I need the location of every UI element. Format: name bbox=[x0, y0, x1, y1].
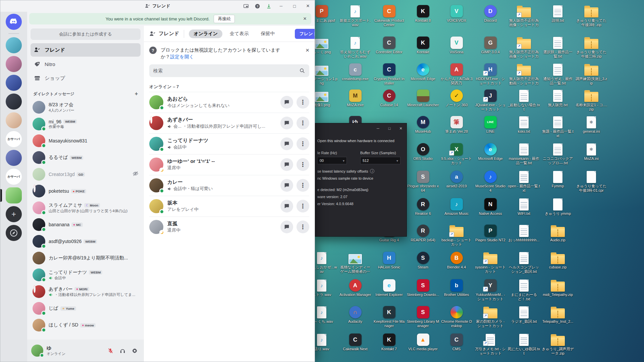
desktop-icon[interactable]: ksks.txt bbox=[508, 115, 540, 134]
open-on-connect-label[interactable]: Open this window when hardware is connec… bbox=[317, 139, 403, 143]
dm-list-item[interactable]: mi_96 WEBM 作業中毒 bbox=[30, 116, 141, 132]
sync-sample-rate-label[interactable]: nc Windows sample rate to device bbox=[317, 176, 373, 180]
server-rail-item[interactable] bbox=[0, 225, 27, 241]
server-avatar[interactable]: かサーバ bbox=[6, 131, 22, 147]
desktop-icon[interactable]: 通知うぜえ - 親作品一覧.txt bbox=[542, 62, 574, 85]
message-button[interactable] bbox=[280, 158, 293, 171]
update-download-icon[interactable] bbox=[263, 0, 274, 12]
desktop-icon[interactable]: ✓ ノートン 360 bbox=[440, 88, 473, 107]
dm-list-item[interactable]: こってりドーナツ WEBM 会話中 bbox=[30, 266, 141, 283]
desktop-icon[interactable]: V VOICEVOX bbox=[440, 4, 473, 23]
desktop-icon[interactable]: WIFI.txt bbox=[508, 197, 540, 216]
desktop-icon[interactable]: P Piapro Studio NT2 bbox=[474, 224, 506, 242]
desktop-icon[interactable]: S Plogue sforzando x64 bbox=[407, 170, 439, 193]
desktop-icon[interactable]: 無人販売不正行為画像 - ショートカット bbox=[508, 36, 540, 59]
desktop-icon[interactable]: general.ini bbox=[575, 115, 607, 134]
desktop-icon[interactable]: c createdump.exe bbox=[339, 62, 371, 81]
desktop-icon[interactable]: きゅうり食ってた午後3時 .zip bbox=[575, 4, 607, 27]
more-button[interactable] bbox=[297, 117, 309, 129]
close-button[interactable] bbox=[301, 0, 315, 12]
safety-offsets-label[interactable]: se lowest latency safety offsets bbox=[317, 169, 368, 173]
desktop-icon[interactable]: ∩ Audacity bbox=[339, 305, 371, 324]
desktop-icon[interactable]: きゅうり_調声用データ.zip bbox=[542, 333, 574, 356]
server-avatar[interactable] bbox=[6, 75, 22, 91]
desktop-icon[interactable]: X 9.5.xlsx - ショートカット bbox=[440, 142, 473, 165]
server-avatar[interactable] bbox=[6, 206, 22, 222]
desktop-icon[interactable]: ニコニコバックアップロ―.txt bbox=[542, 142, 574, 165]
more-button[interactable] bbox=[297, 158, 309, 171]
sidebar-nav-item[interactable]: ショップ bbox=[31, 71, 141, 85]
desktop-icon[interactable]: きゅうり食ってた午後3時-01.cpr bbox=[575, 170, 607, 193]
dialog-minimize-button[interactable] bbox=[372, 123, 384, 133]
desktop-icon[interactable]: e Internet Explorer bbox=[373, 278, 405, 297]
friend-row[interactable]: あずきバー 会... ・活動者様以外原則フレンド申請許可し... bbox=[149, 113, 309, 133]
desktop-icon[interactable]: K Kontakt bbox=[407, 36, 439, 54]
desktop-icon[interactable]: Y YukkunMovieM.. - ショートカット bbox=[474, 278, 506, 301]
dm-list-item[interactable]: あずきバー ♥MORI ・活動者様以外原則フレンド申請許可してま... bbox=[30, 283, 141, 300]
desktop-icon[interactable]: b Brother Utilities bbox=[440, 278, 473, 297]
desktop-icon[interactable]: Minecraft Launcher bbox=[407, 88, 439, 107]
desktop-icon[interactable]: H HDDFMT.exe - ショートカット bbox=[474, 62, 506, 85]
desktop-icon[interactable]: R Reaktor 6 bbox=[407, 197, 439, 216]
desktop-icon[interactable]: A かんたん！AITalk 3 関西乃 bbox=[440, 62, 473, 85]
minimize-button[interactable] bbox=[274, 0, 288, 12]
desktop-icon[interactable]: きゅうり食ってた午後三時.zip bbox=[575, 36, 607, 59]
desktop-icon[interactable]: ヘルスコンプレッション_歌詞.txt bbox=[508, 251, 540, 274]
server-avatar[interactable] bbox=[6, 56, 22, 72]
dialog-maximize-button[interactable] bbox=[384, 123, 395, 133]
more-button[interactable] bbox=[297, 96, 309, 109]
dm-list-item[interactable]: Creator13gd GD bbox=[30, 166, 141, 183]
friends-search-input[interactable] bbox=[153, 68, 297, 73]
server-rail-item[interactable] bbox=[0, 37, 27, 53]
sidebar-nav-item[interactable]: Nitro bbox=[31, 57, 141, 71]
desktop-icon[interactable]: M MoZA.exe bbox=[339, 88, 371, 107]
desktop-icon[interactable]: N Native Access bbox=[474, 197, 506, 216]
more-button[interactable] bbox=[297, 137, 309, 150]
desktop-icon[interactable]: e Microsoft Edge bbox=[474, 142, 506, 161]
desktop-icon[interactable]: ♪ MuseScore Studio 4 bbox=[474, 170, 506, 193]
pip-icon[interactable] bbox=[240, 0, 252, 12]
desktop-icon[interactable]: Fymmp bbox=[542, 170, 574, 188]
help-icon[interactable]: ? bbox=[252, 0, 263, 12]
sidebar-nav-item[interactable]: フレンド bbox=[31, 43, 141, 57]
desktop-icon[interactable]: _起動しない場合.txt bbox=[508, 88, 540, 112]
desktop-icon[interactable]: きゅうり.ymmp bbox=[542, 197, 574, 216]
desktop-icon[interactable]: R REAPER (x64) bbox=[407, 224, 439, 242]
tab[interactable]: 保留中 bbox=[256, 29, 279, 38]
desktop-icon[interactable]: 答え知ってもむずいわこれ.wav bbox=[339, 36, 371, 59]
deafen-button[interactable] bbox=[117, 345, 128, 356]
desktop-icon[interactable]: C Cubase 14 bbox=[373, 88, 405, 107]
desktop-icon[interactable]: J JQuake.exe - ショートカット bbox=[474, 88, 506, 112]
desktop-icon[interactable]: 無人販売不正行為動画 - ショートカット bbox=[508, 62, 540, 86]
server-avatar[interactable] bbox=[6, 14, 22, 30]
conversation-search-button[interactable]: 会話に参加または作成する bbox=[31, 28, 141, 40]
desktop-icon[interactable]: C Crypton Product Installer bbox=[373, 62, 405, 85]
desktop-icon[interactable]: 孤独なインディーゲーム開発者の一生... bbox=[339, 251, 371, 275]
desktop-icon[interactable]: ▲ VLC media player bbox=[407, 333, 439, 351]
desktop-icon[interactable]: G GIMP 3.0.4 bbox=[474, 36, 506, 54]
user-info[interactable]: ゆ オンライン bbox=[47, 345, 65, 356]
server-rail-item[interactable] bbox=[0, 75, 27, 91]
dm-list-item[interactable]: カレー卯丼@8/19より期限不明活動... bbox=[30, 250, 141, 266]
desktop-icon[interactable]: a airset2-2019 bbox=[440, 170, 473, 188]
server-rail-item[interactable] bbox=[0, 112, 27, 128]
server-rail-item[interactable] bbox=[0, 94, 27, 110]
sample-rate-select[interactable]: 00 bbox=[317, 157, 347, 164]
create-dm-icon[interactable] bbox=[135, 91, 138, 97]
mute-button[interactable] bbox=[105, 345, 116, 356]
friend-row[interactable]: カレー 会話中・猫は可愛い bbox=[149, 175, 309, 196]
discord-titlebar[interactable]: フレンド ? bbox=[0, 0, 315, 12]
desktop-icon[interactable]: MoZA.ini bbox=[575, 142, 607, 161]
server-avatar[interactable] bbox=[6, 37, 22, 53]
desktop-icon[interactable]: open - 親作品一覧.txt bbox=[508, 170, 540, 193]
desktop-icon[interactable]: ラジオ_歌詞.txt bbox=[508, 305, 540, 324]
add-friend-button[interactable]: フレンドに追加 bbox=[295, 29, 315, 39]
desktop-icon[interactable]: S Steam bbox=[407, 251, 439, 269]
desktop-icon[interactable]: C CMS bbox=[440, 333, 473, 351]
dm-list-item[interactable]: じば ☀Yume bbox=[30, 300, 141, 317]
server-avatar[interactable] bbox=[6, 187, 22, 203]
server-avatar[interactable] bbox=[6, 112, 22, 128]
message-button[interactable] bbox=[280, 221, 293, 233]
desktop-icon[interactable]: V VoiSona bbox=[440, 36, 473, 54]
server-rail-item[interactable] bbox=[0, 33, 27, 34]
